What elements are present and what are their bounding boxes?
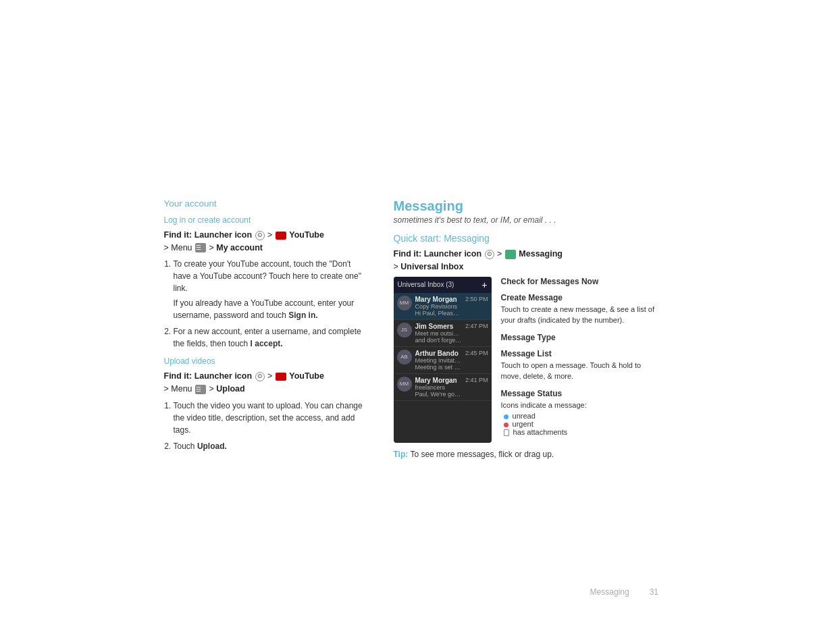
msg-preview2-3: Paul, We're going to need to... bbox=[415, 391, 462, 398]
universal-inbox-line: > Universal Inbox bbox=[394, 262, 657, 271]
page-footer: Messaging 31 bbox=[590, 587, 658, 597]
msg-preview2-1: and don't forget your ID. We'll yo... bbox=[415, 337, 462, 344]
launcher-icon-right: ⊙ bbox=[485, 250, 494, 259]
gt-1: > bbox=[267, 230, 275, 240]
annotations-panel: Check for Messages Now Create Message To… bbox=[501, 277, 657, 444]
upload-label: Upload bbox=[216, 384, 244, 394]
message-list-title: Message List bbox=[501, 349, 657, 358]
msg-name-3: Mary Morgan bbox=[415, 377, 462, 384]
msg-preview-1: Meet me outside the theater. It... bbox=[415, 330, 462, 337]
msg-preview-3: freelancers bbox=[415, 384, 462, 391]
tip-line: Tip: To see more messages, flick or drag… bbox=[394, 450, 657, 459]
upload-subheading: Upload videos bbox=[164, 356, 367, 366]
account-step-1: To create your YouTube account, touch th… bbox=[174, 258, 367, 321]
msg-body-2: Arthur Bando Meeting Invitation Meeting … bbox=[415, 350, 462, 371]
content-area: Your account Log in or create account Fi… bbox=[164, 185, 671, 459]
account-step-1b: If you already have a YouTube account, e… bbox=[174, 297, 367, 321]
messaging-label: Messaging bbox=[519, 249, 563, 259]
upload-step-2: Touch Upload. bbox=[174, 440, 367, 452]
my-account-label: My account bbox=[216, 243, 263, 252]
msg-preview2-0: Hi Paul, Please take a look at... bbox=[415, 310, 462, 317]
account-steps: To create your YouTube account, touch th… bbox=[164, 258, 367, 350]
account-step-2: For a new account, enter a username, and… bbox=[174, 325, 367, 350]
msg-name-1: Jim Somers bbox=[415, 323, 462, 330]
i-accept-label: I accept. bbox=[251, 339, 283, 348]
upload-bold: Upload. bbox=[197, 441, 227, 451]
youtube-icon-2 bbox=[276, 373, 286, 381]
msg-name-0: Mary Morgan bbox=[415, 296, 462, 303]
msg-preview-0: Copy Revisions bbox=[415, 303, 462, 310]
tip-text: To see more messages, flick or drag up. bbox=[410, 450, 554, 459]
message-status-annotation: Message Status Icons indicate a message:… bbox=[501, 389, 657, 437]
message-status-title: Message Status bbox=[501, 389, 657, 398]
plus-button[interactable]: + bbox=[481, 279, 487, 290]
message-row-1[interactable]: JS Jim Somers Meet me outside the theate… bbox=[394, 320, 492, 347]
left-column: Your account Log in or create account Fi… bbox=[164, 198, 367, 459]
msg-preview2-2: Meeting is set for next Thursday at... bbox=[415, 364, 462, 371]
create-message-text: Touch to create a new message, & see a l… bbox=[501, 304, 657, 326]
msg-time-2: 2:45 PM bbox=[465, 350, 488, 356]
avatar-0: MM bbox=[397, 296, 412, 311]
message-status-text: Icons indicate a message: bbox=[501, 400, 657, 411]
status-unread-line: unread bbox=[504, 412, 657, 420]
upload-step-1: Touch the video you want to upload. You … bbox=[174, 400, 367, 436]
phone-header: Universal Inbox (3) + bbox=[394, 277, 492, 293]
sign-in-label: Sign in. bbox=[288, 311, 317, 320]
msg-body-1: Jim Somers Meet me outside the theater. … bbox=[415, 323, 462, 344]
status-attachments-line: has attachments bbox=[504, 428, 657, 436]
menu-line-1: > Menu > My account bbox=[164, 243, 367, 253]
upload-steps: Touch the video you want to upload. You … bbox=[164, 400, 367, 452]
page: Your account Log in or create account Fi… bbox=[0, 0, 834, 644]
footer-section: Messaging bbox=[590, 587, 629, 597]
find-it-line-2: Find it: Launcher icon ⊙ > YouTube bbox=[164, 370, 367, 383]
status-dot-unread bbox=[504, 414, 509, 419]
create-message-annotation: Create Message Touch to create a new mes… bbox=[501, 293, 657, 326]
avatar-1: JS bbox=[397, 323, 412, 338]
create-message-title: Create Message bbox=[501, 293, 657, 302]
find-it-label-2: Find it: bbox=[164, 371, 192, 381]
message-row-3[interactable]: MM Mary Morgan freelancers Paul, We're g… bbox=[394, 374, 492, 401]
phone-screenshot: Universal Inbox (3) + MM Mary Morgan Cop… bbox=[394, 277, 492, 444]
status-unread-label: unread bbox=[513, 412, 536, 420]
msg-name-2: Arthur Bando bbox=[415, 350, 462, 357]
find-it-label-right: Find it: bbox=[394, 249, 422, 259]
launcher-icon-1: ⊙ bbox=[255, 231, 265, 240]
status-urgent-line: urgent bbox=[504, 420, 657, 428]
avatar-3: MM bbox=[397, 377, 412, 392]
menu-icon-1 bbox=[195, 243, 206, 252]
find-it-line-1: Find it: Launcher icon ⊙ > YouTube bbox=[164, 229, 367, 242]
right-column: Messaging sometimes it's best to text, o… bbox=[394, 198, 657, 459]
messaging-content: Universal Inbox (3) + MM Mary Morgan Cop… bbox=[394, 277, 657, 444]
launcher-label-1: Launcher icon bbox=[194, 230, 252, 240]
message-type-title: Message Type bbox=[501, 333, 657, 342]
status-dot-urgent bbox=[504, 423, 509, 427]
msg-time-0: 2:50 PM bbox=[465, 296, 488, 302]
messaging-title: Messaging bbox=[394, 198, 657, 214]
msg-body-3: Mary Morgan freelancers Paul, We're goin… bbox=[415, 377, 462, 398]
message-list-annotation: Message List Touch to open a message. To… bbox=[501, 349, 657, 382]
your-account-heading: Your account bbox=[164, 198, 367, 209]
msg-time-1: 2:47 PM bbox=[465, 323, 488, 329]
messaging-icon bbox=[505, 250, 516, 259]
messaging-subtitle: sometimes it's best to text, or IM, or e… bbox=[394, 215, 657, 225]
status-attachments-label: has attachments bbox=[513, 428, 568, 436]
universal-inbox-label: Universal Inbox bbox=[400, 262, 463, 271]
message-row-2[interactable]: AB Arthur Bando Meeting Invitation Meeti… bbox=[394, 347, 492, 374]
footer-page: 31 bbox=[650, 587, 658, 597]
youtube-label-1: YouTube bbox=[289, 230, 324, 240]
universal-inbox-header: Universal Inbox (3) bbox=[398, 281, 454, 288]
gt-2: > bbox=[267, 371, 275, 381]
quick-start-heading: Quick start: Messaging bbox=[394, 233, 657, 244]
login-subheading: Log in or create account bbox=[164, 215, 367, 225]
message-list-text: Touch to open a message. Touch & hold to… bbox=[501, 360, 657, 382]
find-it-label-1: Find it: bbox=[164, 230, 192, 240]
find-it-right: Find it: Launcher icon ⊙ > Messaging bbox=[394, 248, 657, 261]
check-messages-title: Check for Messages Now bbox=[501, 277, 657, 286]
message-row-0[interactable]: MM Mary Morgan Copy Revisions Hi Paul, P… bbox=[394, 293, 492, 320]
message-type-annotation: Message Type bbox=[501, 333, 657, 342]
msg-preview-2: Meeting Invitation bbox=[415, 357, 462, 364]
msg-time-3: 2:41 PM bbox=[465, 377, 488, 383]
youtube-label-2: YouTube bbox=[289, 371, 324, 381]
check-messages-annotation: Check for Messages Now bbox=[501, 277, 657, 286]
menu-line-2: > Menu > Upload bbox=[164, 384, 367, 394]
